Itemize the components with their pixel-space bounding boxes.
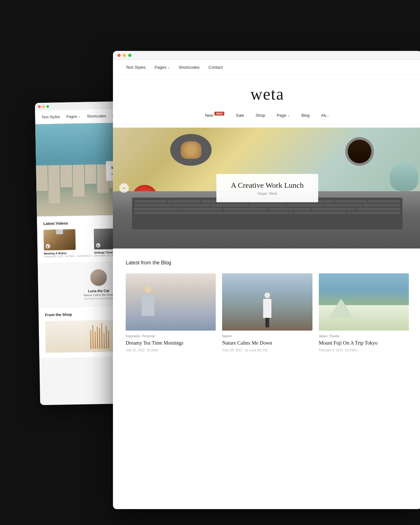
- video-robot[interactable]: ▶ Meeting A Robot February 8, 2021 · by …: [44, 229, 91, 258]
- main-nav-about-label: Ab...: [321, 113, 330, 118]
- close-dot[interactable]: [117, 54, 121, 57]
- window-chrome: [113, 51, 420, 60]
- main-nav-sale-label: Sale: [236, 113, 244, 118]
- blog-meta-1: June 19, 2022 · by Luna the Cat: [222, 348, 312, 352]
- robot-icon: [56, 229, 63, 234]
- chevron-down-icon: ∨: [288, 114, 290, 117]
- nature-image: [222, 273, 312, 331]
- back-nav-shortcodes[interactable]: Shortcodes: [87, 114, 106, 118]
- tea-image: [126, 273, 216, 331]
- hero-title: A Creative Work Lunch: [229, 181, 305, 190]
- front-nav-text-styles[interactable]: Text Styles: [126, 65, 146, 70]
- video-robot-meta: February 8, 2021 · by Ellen · Comments 0: [44, 254, 91, 258]
- blog-card-1[interactable]: Nature Nature Calms Me Down June 19, 202…: [222, 273, 312, 352]
- blog-category-0: Inspiration, Personal: [126, 334, 216, 338]
- main-nav-page-label: Page: [277, 113, 286, 118]
- site-logo[interactable]: weta: [250, 85, 284, 103]
- blog-title-2: Mount Fuji On A Trip Tokyo: [319, 340, 409, 346]
- back-nav-text-styles[interactable]: Text Styles: [41, 115, 60, 119]
- video-thumb-robot: ▶: [44, 229, 76, 250]
- blog-image-nature: [222, 273, 312, 331]
- person-head: [144, 286, 151, 293]
- blog-title-1: Nature Calms Me Down: [222, 340, 312, 346]
- main-nav-shop[interactable]: Shop: [256, 113, 265, 118]
- main-nav-about[interactable]: Ab...: [321, 113, 330, 118]
- logo-area: weta: [113, 75, 420, 110]
- back-nav-pages[interactable]: Pages ∨: [66, 114, 80, 119]
- front-top-nav: Text Styles Pages ∨ Shortcodes Contact: [113, 60, 420, 75]
- expand-dot[interactable]: [128, 54, 131, 57]
- blog-image-tokyo: [319, 273, 409, 331]
- new-badge: New: [214, 112, 224, 116]
- main-nav-blog-label: Blog: [301, 113, 310, 118]
- hero-title-box: A Creative Work Lunch Vegan, Work: [216, 174, 318, 202]
- blog-title-0: Dreamy Tea Time Mornings: [126, 340, 216, 346]
- minimize-dot[interactable]: [123, 54, 126, 57]
- green-cup: [390, 163, 418, 191]
- person-body: [142, 294, 154, 316]
- main-nav-page[interactable]: Page ∨: [277, 113, 290, 118]
- main-nav: New New Sale Shop Page ∨ Blog Ab...: [113, 110, 420, 124]
- author-avatar: [89, 269, 107, 287]
- coffee-cup-dark: [345, 137, 374, 166]
- author-link[interactable]: All Posts by Luna the Cat: [85, 297, 113, 300]
- blog-card-0[interactable]: Inspiration, Personal Dreamy Tea Time Mo…: [126, 273, 216, 352]
- front-nav-contact[interactable]: Contact: [208, 65, 223, 70]
- front-nav-pages[interactable]: Pages ∨: [155, 65, 170, 70]
- author-name: Luna the Cat: [88, 289, 109, 293]
- main-nav-blog[interactable]: Blog: [301, 113, 310, 118]
- keyboard-illustration: [132, 198, 402, 229]
- hero-section: A Creative Work Lunch Vegan, Work ←: [113, 128, 420, 248]
- blog-grid: Inspiration, Personal Dreamy Tea Time Mo…: [126, 273, 409, 352]
- blog-image-tea: [126, 273, 216, 331]
- main-nav-new[interactable]: New New: [205, 113, 224, 118]
- back-expand-dot: [46, 105, 49, 108]
- blog-section: Latest from the Blog Inspiration, Person…: [113, 248, 420, 363]
- blog-meta-2: February 4, 2022 · by Ellen...: [319, 348, 409, 352]
- author-tagline: Nature Calms Me Down: [83, 293, 114, 297]
- tokyo-image: [319, 273, 409, 331]
- front-nav-shortcodes[interactable]: Shortcodes: [178, 65, 200, 70]
- main-nav-new-label: New: [205, 113, 213, 118]
- blog-card-2[interactable]: Japan, Travels Mount Fuji On A Trip Toky…: [319, 273, 409, 352]
- blog-meta-0: July 16, 2022 · by Ellen: [126, 348, 216, 352]
- front-card: Text Styles Pages ∨ Shortcodes Contact w…: [113, 51, 420, 509]
- back-close-dot: [38, 105, 41, 108]
- main-nav-sale[interactable]: Sale: [236, 113, 244, 118]
- play-icon-2: ▶: [96, 243, 101, 248]
- cat-face-icon: [90, 270, 107, 286]
- muffin-illustration: [181, 141, 201, 159]
- wheat-illustration: [90, 323, 109, 349]
- plate-illustration: [170, 134, 212, 166]
- blog-category-1: Nature: [222, 334, 312, 338]
- person-sitting-illustration: [138, 286, 158, 324]
- main-nav-shop-label: Shop: [256, 113, 265, 118]
- hero-categories: Vegan, Work: [229, 192, 305, 195]
- blog-category-2: Japan, Travels: [319, 334, 409, 338]
- back-minimize-dot: [42, 105, 45, 108]
- hero-prev-button[interactable]: ←: [119, 183, 129, 193]
- play-icon: ▶: [46, 244, 50, 248]
- blog-section-title: Latest from the Blog: [126, 260, 409, 266]
